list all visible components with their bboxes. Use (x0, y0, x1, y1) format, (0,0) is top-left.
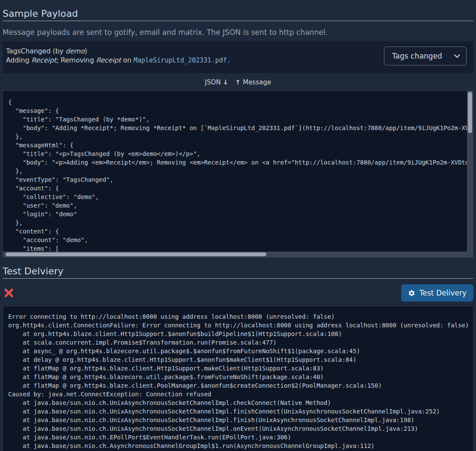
vertical-scrollbar-thumb[interactable] (468, 92, 472, 133)
chevron-down-icon (454, 54, 460, 58)
arrow-up-icon: ↑ (235, 78, 241, 86)
payload-view-toggle: JSON ↓ ↑ Message (3, 78, 473, 86)
test-delivery-controls: Test Delivery (3, 284, 473, 302)
test-delivery-button-label: Test Delivery (420, 289, 467, 297)
sample-message-body: Adding Receipt; Removing Receipt on Mapl… (6, 56, 231, 65)
page-title: Sample Payload (3, 8, 473, 21)
arrow-down-icon: ↓ (223, 78, 229, 86)
sample-message-text: TagsChanged (by demo) Adding Receipt; Re… (6, 47, 231, 65)
sample-message-title: TagsChanged (by demo) (6, 47, 231, 56)
test-delivery-log: Error connecting to http://localhost:800… (3, 306, 473, 450)
gear-icon (408, 289, 415, 297)
test-delivery-output[interactable]: Error connecting to http://localhost:800… (3, 306, 473, 451)
vertical-scrollbar[interactable] (467, 91, 473, 257)
horizontal-scrollbar[interactable] (3, 252, 473, 257)
message-view-toggle[interactable]: ↑ Message (235, 78, 271, 86)
event-type-select[interactable]: Tags changed (384, 47, 467, 65)
test-delivery-button[interactable]: Test Delivery (401, 284, 473, 302)
sentence-period: . (227, 56, 231, 64)
payload-json-view[interactable]: { "message": { "title": "TagsChanged (by… (3, 90, 473, 258)
item-file-link[interactable]: MapleSirupLtd_202331.pdf (133, 56, 227, 64)
delivery-failed-icon (3, 288, 14, 298)
test-delivery-title: Test Delviery (3, 265, 473, 279)
json-view-toggle[interactable]: JSON ↓ (205, 78, 229, 86)
event-type-select-value: Tags changed (392, 52, 442, 60)
page-description: Message payloads are sent to gotify, ema… (3, 28, 473, 37)
horizontal-scrollbar-thumb[interactable] (6, 252, 266, 256)
payload-json-code: { "message": { "title": "TagsChanged (by… (3, 91, 473, 253)
sample-message-panel: TagsChanged (by demo) Adding Receipt; Re… (3, 41, 473, 73)
